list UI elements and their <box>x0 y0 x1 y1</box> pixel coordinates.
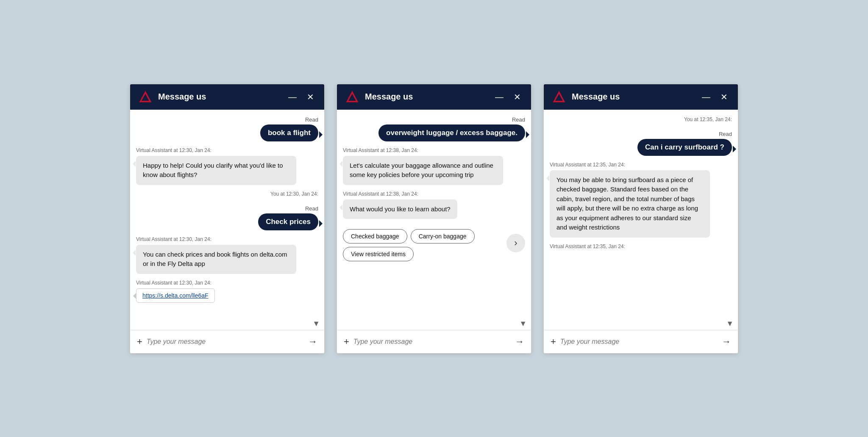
chat-body-1: Read book a flight Virtual Assistant at … <box>130 110 324 330</box>
chat-window-2: Message us — ✕ Read overweight luggage /… <box>337 84 531 354</box>
timestamp-4: Virtual Assistant at 12:38, Jan 24: <box>343 147 418 153</box>
chat-header-1: Message us — ✕ <box>130 84 324 110</box>
msg-ts-4: Virtual Assistant at 12:38, Jan 24: Let'… <box>343 147 525 185</box>
bot-bubble-1: Happy to help! Could you clarify what yo… <box>136 156 296 185</box>
read-label-4: Read <box>719 131 732 137</box>
chat-window-1: Message us — ✕ Read book a flight Virtua… <box>130 84 325 354</box>
timestamp-2: Virtual Assistant at 12:30, Jan 24: <box>136 236 211 242</box>
send-button-1[interactable]: → <box>308 336 317 347</box>
msg-ts-6: Virtual Assistant at 12:35, Jan 24: You … <box>550 162 732 238</box>
chat-footer-3: + → <box>544 330 738 353</box>
minimize-button-3[interactable]: — <box>699 92 713 102</box>
msg-overweight: Read overweight luggage / excess baggage… <box>343 116 525 141</box>
msg-surfboard: Read Can i carry surfboard ? <box>550 131 732 156</box>
user-bubble-overweight: overweight luggage / excess baggage. <box>378 124 525 141</box>
delta-logo-icon-3 <box>551 89 567 105</box>
msg-ts-5: Virtual Assistant at 12:38, Jan 24: What… <box>343 191 525 219</box>
bot-bubble-4: What would you like to learn about? <box>343 199 457 219</box>
chat-header-2: Message us — ✕ <box>337 84 531 110</box>
timestamp-6: Virtual Assistant at 12:35, Jan 24: <box>550 162 625 168</box>
msg-ts-1: Virtual Assistant at 12:30, Jan 24: Happ… <box>136 147 318 185</box>
option-buttons-row2: View restricted items <box>343 247 504 261</box>
option-view-restricted[interactable]: View restricted items <box>343 247 414 261</box>
delta-logo-icon-2 <box>345 89 360 105</box>
user-bubble-check-prices: Check prices <box>258 213 318 230</box>
delta-logo-icon <box>138 89 153 105</box>
chat-title-1: Message us <box>158 92 281 102</box>
scroll-down-indicator-1: ▼ <box>312 319 320 328</box>
message-input-2[interactable] <box>353 338 511 346</box>
chat-window-3: Message us — ✕ You at 12:35, Jan 24: Rea… <box>543 84 738 354</box>
timestamp-5: Virtual Assistant at 12:38, Jan 24: <box>343 191 418 197</box>
msg-ts-right-1: You at 12:30, Jan 24: <box>136 191 318 199</box>
bot-bubble-2: You can check prices and book flights on… <box>136 245 296 274</box>
close-button-1[interactable]: ✕ <box>304 92 317 102</box>
chat-title-2: Message us <box>365 92 487 102</box>
add-attachment-button-1[interactable]: + <box>137 337 142 346</box>
scroll-down-indicator-3: ▼ <box>726 319 734 328</box>
add-attachment-button-3[interactable]: + <box>551 337 556 346</box>
read-label-2: Read <box>305 205 318 212</box>
next-arrow-button[interactable]: › <box>506 234 525 252</box>
add-attachment-button-2[interactable]: + <box>344 337 349 346</box>
read-label-3: Read <box>512 116 525 123</box>
user-bubble-surfboard: Can i carry surfboard ? <box>637 139 732 156</box>
msg-book-flight: Read book a flight <box>136 116 318 141</box>
bot-bubble-5: You may be able to bring surfboard as a … <box>550 170 710 238</box>
msg-ts-7: Virtual Assistant at 12:35, Jan 24: <box>550 243 732 252</box>
close-button-3[interactable]: ✕ <box>718 92 730 102</box>
option-carryon-baggage[interactable]: Carry-on baggage <box>411 229 475 243</box>
option-checked-baggage[interactable]: Checked baggage <box>343 229 407 243</box>
msg-ts-3: Virtual Assistant at 12:30, Jan 24: http… <box>136 280 318 303</box>
timestamp-right-3: You at 12:35, Jan 24: <box>684 116 732 122</box>
message-input-3[interactable] <box>560 338 718 346</box>
read-label-1: Read <box>305 116 318 123</box>
user-bubble-book-flight: book a flight <box>260 124 318 141</box>
minimize-button-1[interactable]: — <box>286 92 299 102</box>
chat-footer-2: + → <box>337 330 531 353</box>
option-buttons-row1: Checked baggage Carry-on baggage <box>343 229 504 243</box>
bot-link-bubble-1[interactable]: https://s.delta.com/lle6aF <box>136 288 215 303</box>
close-button-2[interactable]: ✕ <box>511 92 523 102</box>
msg-check-prices: Read Check prices <box>136 205 318 230</box>
timestamp-1: Virtual Assistant at 12:30, Jan 24: <box>136 147 211 153</box>
minimize-button-2[interactable]: — <box>492 92 506 102</box>
chat-footer-1: + → <box>130 330 324 353</box>
bot-bubble-3: Let's calculate your baggage allowance a… <box>343 156 503 185</box>
chat-containers: Message us — ✕ Read book a flight Virtua… <box>130 84 738 354</box>
chat-body-3: You at 12:35, Jan 24: Read Can i carry s… <box>544 110 738 330</box>
chat-body-2: Read overweight luggage / excess baggage… <box>337 110 531 330</box>
msg-ts-2: Virtual Assistant at 12:30, Jan 24: You … <box>136 236 318 274</box>
send-button-2[interactable]: → <box>515 336 524 347</box>
option-row-1: Checked baggage Carry-on baggage View re… <box>343 225 525 261</box>
timestamp-3: Virtual Assistant at 12:30, Jan 24: <box>136 280 211 286</box>
msg-ts-right-3: You at 12:35, Jan 24: <box>550 116 732 125</box>
message-input-1[interactable] <box>147 338 304 346</box>
timestamp-7: Virtual Assistant at 12:35, Jan 24: <box>550 243 625 249</box>
send-button-3[interactable]: → <box>722 336 731 347</box>
scroll-down-indicator-2: ▼ <box>519 319 527 328</box>
timestamp-right-1: You at 12:30, Jan 24: <box>270 191 318 197</box>
chat-header-3: Message us — ✕ <box>544 84 738 110</box>
chat-title-3: Message us <box>572 92 694 102</box>
